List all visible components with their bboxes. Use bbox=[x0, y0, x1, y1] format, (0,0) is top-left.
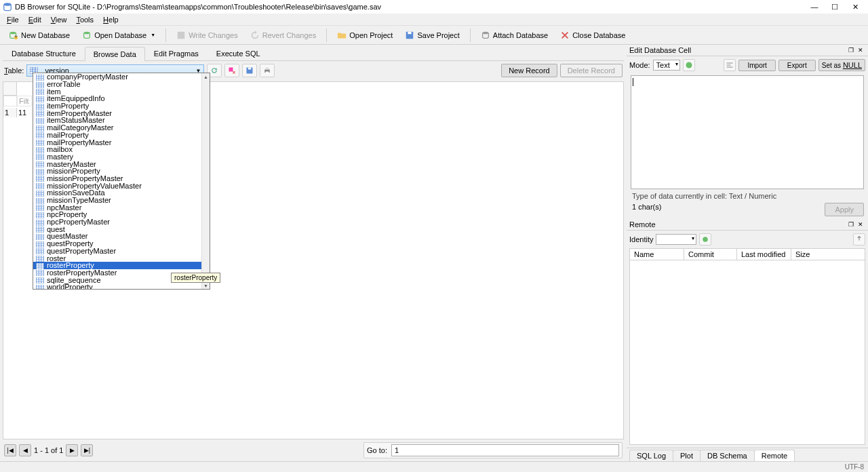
svg-rect-130 bbox=[37, 227, 44, 233]
close-button[interactable]: ✕ bbox=[845, 1, 865, 13]
save-project-button[interactable]: Save Project bbox=[400, 28, 464, 43]
svg-rect-120 bbox=[37, 212, 44, 218]
panel-undock-button[interactable]: ❐ bbox=[846, 46, 856, 54]
col-commit[interactable]: Commit bbox=[684, 249, 737, 260]
menu-file[interactable]: File bbox=[3, 14, 23, 25]
open-db-icon bbox=[82, 31, 92, 40]
main-tabs: Database Structure Browse Data Edit Prag… bbox=[3, 46, 624, 61]
push-button[interactable] bbox=[853, 233, 865, 245]
table-label: Table: bbox=[4, 66, 24, 75]
btab-remote[interactable]: Remote bbox=[754, 450, 795, 461]
menu-tools[interactable]: Tools bbox=[72, 14, 98, 25]
svg-rect-35 bbox=[37, 89, 44, 95]
toolbar-separator bbox=[326, 28, 327, 42]
tab-sql[interactable]: Execute SQL bbox=[208, 46, 269, 60]
menu-help[interactable]: Help bbox=[99, 14, 123, 25]
clear-filters-button[interactable] bbox=[224, 64, 239, 77]
dropdown-item[interactable]: worldProperty bbox=[33, 283, 201, 289]
table-icon bbox=[36, 190, 44, 196]
import-button[interactable]: Import bbox=[738, 60, 775, 71]
svg-rect-70 bbox=[37, 140, 44, 146]
identity-refresh-button[interactable] bbox=[699, 233, 711, 245]
save-icon bbox=[176, 31, 186, 40]
scroll-down-icon[interactable]: ▼ bbox=[202, 282, 210, 289]
pagination-info: 1 - 1 of 1 bbox=[34, 446, 63, 454]
svg-rect-30 bbox=[37, 82, 44, 88]
table-icon bbox=[36, 248, 44, 254]
attach-database-button[interactable]: Attach Database bbox=[476, 28, 553, 43]
col-size[interactable]: Size bbox=[791, 249, 865, 260]
btab-sql-log[interactable]: SQL Log bbox=[629, 450, 673, 461]
table-icon bbox=[36, 125, 44, 131]
menu-edit[interactable]: Edit bbox=[24, 14, 45, 25]
tab-browse[interactable]: Browse Data bbox=[85, 47, 145, 61]
svg-rect-60 bbox=[37, 125, 44, 132]
folder-open-icon bbox=[337, 31, 347, 40]
dropdown-scrollbar[interactable]: ▲ ▼ bbox=[201, 73, 210, 289]
table-icon bbox=[36, 182, 44, 189]
svg-rect-105 bbox=[37, 191, 44, 197]
svg-point-20 bbox=[686, 62, 692, 68]
svg-rect-18 bbox=[266, 68, 269, 70]
table-icon bbox=[36, 269, 44, 275]
btab-plot[interactable]: Plot bbox=[673, 450, 701, 461]
open-database-button[interactable]: Open Database ▼ bbox=[77, 28, 160, 43]
svg-rect-150 bbox=[37, 256, 44, 262]
close-database-button[interactable]: Close Database bbox=[555, 28, 630, 43]
last-page-button[interactable]: ▶| bbox=[81, 444, 93, 456]
cell-editor[interactable] bbox=[631, 75, 864, 189]
minimize-button[interactable]: — bbox=[804, 1, 825, 13]
edit-cell-panel-header: Edit Database Cell ❐ ✕ bbox=[627, 45, 868, 56]
statusbar: UTF-8 bbox=[0, 461, 868, 472]
tooltip: rosterProperty bbox=[171, 273, 220, 283]
revert-changes-button: Revert Changes bbox=[245, 28, 321, 43]
svg-rect-55 bbox=[37, 118, 44, 124]
panel-close-button[interactable]: ✕ bbox=[856, 220, 865, 229]
col-name[interactable]: Name bbox=[630, 249, 684, 260]
identity-select[interactable] bbox=[656, 234, 696, 245]
svg-rect-50 bbox=[37, 111, 44, 117]
table-icon bbox=[36, 81, 44, 87]
menu-view[interactable]: View bbox=[47, 14, 71, 25]
prev-page-button[interactable]: ◀ bbox=[19, 444, 31, 456]
set-null-button[interactable]: Set as NULL bbox=[818, 59, 865, 71]
tab-pragmas[interactable]: Edit Pragmas bbox=[145, 46, 208, 60]
goto-input[interactable] bbox=[391, 444, 619, 456]
first-page-button[interactable]: |◀ bbox=[4, 444, 16, 456]
svg-rect-125 bbox=[37, 220, 44, 226]
col-modified[interactable]: Last modified bbox=[737, 249, 791, 260]
attach-icon bbox=[481, 31, 490, 40]
svg-rect-165 bbox=[37, 277, 44, 283]
save-table-button[interactable] bbox=[242, 64, 257, 77]
tab-structure[interactable]: Database Structure bbox=[3, 46, 85, 60]
table-icon bbox=[36, 96, 44, 102]
svg-point-4 bbox=[84, 31, 90, 34]
table-icon bbox=[36, 212, 44, 218]
new-record-button[interactable]: New Record bbox=[501, 64, 557, 77]
mode-select[interactable]: Text bbox=[653, 60, 680, 71]
new-database-button[interactable]: + New Database bbox=[4, 28, 75, 43]
text-align-button[interactable] bbox=[724, 59, 736, 71]
app-icon bbox=[3, 2, 12, 12]
svg-rect-40 bbox=[37, 96, 44, 102]
svg-rect-135 bbox=[37, 234, 44, 240]
open-project-button[interactable]: Open Project bbox=[332, 28, 397, 43]
table-dropdown[interactable]: companyPropertyMastererrorTableitemitemE… bbox=[33, 73, 210, 290]
format-button[interactable] bbox=[683, 59, 695, 71]
revert-icon bbox=[250, 31, 260, 40]
cell-value[interactable]: 11 bbox=[17, 108, 32, 117]
row-header bbox=[3, 82, 17, 96]
btab-schema[interactable]: DB Schema bbox=[700, 450, 755, 461]
table-icon bbox=[36, 146, 44, 153]
delete-record-button: Delete Record bbox=[560, 64, 623, 77]
remote-panel-header: Remote ❐ ✕ bbox=[627, 219, 868, 231]
print-button[interactable] bbox=[260, 64, 275, 77]
maximize-button[interactable]: ☐ bbox=[825, 1, 845, 13]
svg-rect-65 bbox=[37, 132, 44, 138]
export-button[interactable]: Export bbox=[778, 60, 816, 71]
panel-undock-button[interactable]: ❐ bbox=[846, 220, 856, 229]
scroll-up-icon[interactable]: ▲ bbox=[202, 73, 210, 80]
filter-input[interactable]: Filt bbox=[17, 96, 32, 106]
panel-close-button[interactable]: ✕ bbox=[856, 46, 865, 54]
next-page-button[interactable]: ▶ bbox=[66, 444, 78, 456]
